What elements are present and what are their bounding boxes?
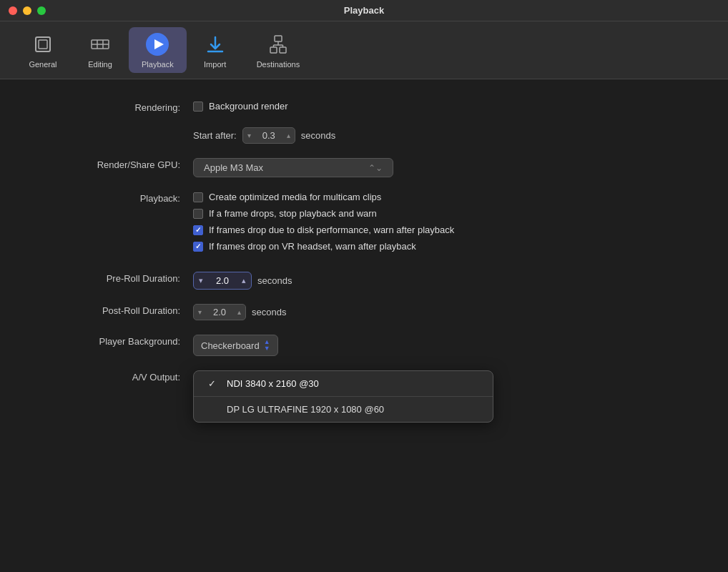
svg-rect-1 bbox=[39, 40, 47, 49]
toolbar-item-playback[interactable]: Playback bbox=[129, 27, 187, 73]
toolbar-item-import[interactable]: Import bbox=[187, 27, 244, 73]
toolbar: General Editing Playback bbox=[0, 21, 728, 79]
player-bg-row: Player Background: Checkerboard ▲ ▼ bbox=[43, 335, 685, 356]
playback-label: Playback: bbox=[43, 192, 193, 204]
ndi-label: NDI 3840 x 2160 @30 bbox=[227, 378, 319, 389]
player-bg-label: Player Background: bbox=[43, 335, 193, 347]
playback-option-framedrop-vr: If frames drop on VR headset, warn after… bbox=[193, 241, 454, 252]
postroll-control: ▾ 2.0 ▴ seconds bbox=[193, 304, 287, 320]
start-after-stepper[interactable]: ▾ 0.3 ▴ bbox=[242, 127, 295, 144]
postroll-label: Post-Roll Duration: bbox=[43, 304, 193, 316]
toolbar-item-general[interactable]: General bbox=[14, 27, 72, 73]
window-title: Playback bbox=[344, 5, 384, 16]
rendering-control: Background render bbox=[193, 101, 288, 112]
destinations-icon bbox=[265, 31, 291, 57]
start-after-up[interactable]: ▴ bbox=[282, 129, 295, 142]
preroll-row: Pre-Roll Duration: ▾ 2.0 ▴ seconds bbox=[43, 272, 685, 290]
ndi-checkmark: ✓ bbox=[208, 378, 220, 389]
postroll-row: Post-Roll Duration: ▾ 2.0 ▴ seconds bbox=[43, 304, 685, 320]
playback-label: Playback bbox=[142, 60, 174, 69]
player-bg-value: Checkerboard bbox=[201, 340, 260, 351]
framedrop-vr-checkbox[interactable] bbox=[193, 242, 203, 252]
av-output-label: A/V Output: bbox=[43, 370, 193, 383]
destinations-label: Destinations bbox=[257, 60, 300, 69]
main-content: Rendering: Background render Start after… bbox=[0, 79, 728, 458]
preroll-down[interactable]: ▾ bbox=[194, 273, 208, 288]
playback-row: Playback: Create optimized media for mul… bbox=[43, 192, 685, 257]
playback-option-framedrop-disk: If frames drop due to disk performance, … bbox=[193, 225, 454, 235]
toolbar-item-destinations[interactable]: Destinations bbox=[244, 27, 313, 73]
preroll-control: ▾ 2.0 ▴ seconds bbox=[193, 272, 292, 290]
titlebar: Playback bbox=[0, 0, 728, 21]
preroll-up[interactable]: ▴ bbox=[237, 273, 251, 288]
framedrop-disk-checkbox[interactable] bbox=[193, 225, 203, 235]
general-icon bbox=[30, 31, 56, 57]
preroll-seconds: seconds bbox=[257, 275, 292, 286]
playback-icon bbox=[144, 31, 170, 57]
import-icon bbox=[202, 31, 228, 57]
postroll-seconds: seconds bbox=[252, 307, 286, 317]
bg-render-label: Background render bbox=[209, 101, 288, 112]
postroll-down[interactable]: ▾ bbox=[194, 306, 206, 318]
editing-icon bbox=[87, 31, 113, 57]
postroll-value: 2.0 bbox=[206, 305, 233, 320]
bg-render-checkbox[interactable] bbox=[193, 102, 203, 112]
minimize-button[interactable] bbox=[23, 6, 31, 15]
player-bg-control: Checkerboard ▲ ▼ bbox=[193, 335, 278, 356]
editing-label: Editing bbox=[88, 60, 112, 69]
dp-label: DP LG ULTRAFINE 1920 x 1080 @60 bbox=[227, 404, 384, 415]
svg-rect-9 bbox=[280, 47, 286, 53]
player-bg-dropdown[interactable]: Checkerboard ▲ ▼ bbox=[193, 335, 278, 356]
framedrop-vr-label: If frames drop on VR headset, warn after… bbox=[209, 241, 416, 252]
traffic-lights bbox=[9, 6, 46, 15]
start-after-label: Start after: bbox=[193, 130, 237, 141]
svg-rect-0 bbox=[36, 37, 50, 51]
start-after-row: Start after: ▾ 0.3 ▴ seconds bbox=[193, 127, 685, 144]
gpu-row: Render/Share GPU: Apple M3 Max ⌃⌄ bbox=[43, 158, 685, 177]
framedrop-disk-label: If frames drop due to disk performance, … bbox=[209, 225, 454, 235]
start-after-value: 0.3 bbox=[255, 128, 282, 143]
av-output-panel: ✓ NDI 3840 x 2160 @30 DP LG ULTRAFINE 19… bbox=[193, 370, 493, 423]
framedrop-stop-label: If a frame drops, stop playback and warn bbox=[209, 208, 377, 219]
toolbar-item-editing[interactable]: Editing bbox=[72, 27, 129, 73]
preroll-stepper[interactable]: ▾ 2.0 ▴ bbox=[193, 272, 252, 290]
av-option-dp[interactable]: DP LG ULTRAFINE 1920 x 1080 @60 bbox=[194, 397, 493, 422]
player-bg-arrows: ▲ ▼ bbox=[264, 339, 270, 352]
av-output-row: A/V Output: ✓ NDI 3840 x 2160 @30 DP LG … bbox=[43, 370, 685, 423]
svg-rect-8 bbox=[270, 47, 277, 53]
postroll-up[interactable]: ▴ bbox=[233, 306, 245, 318]
postroll-stepper[interactable]: ▾ 2.0 ▴ bbox=[193, 304, 246, 320]
rendering-row: Rendering: Background render bbox=[43, 101, 685, 113]
import-label: Import bbox=[204, 60, 226, 69]
playback-option-multicam: Create optimized media for multicam clip… bbox=[193, 192, 454, 202]
multicam-label: Create optimized media for multicam clip… bbox=[209, 192, 381, 202]
maximize-button[interactable] bbox=[37, 6, 46, 15]
playback-options: Create optimized media for multicam clip… bbox=[193, 192, 454, 257]
gpu-dropdown-arrow: ⌃⌄ bbox=[368, 163, 383, 173]
rendering-label: Rendering: bbox=[43, 101, 193, 113]
gpu-dropdown[interactable]: Apple M3 Max ⌃⌄ bbox=[193, 158, 393, 177]
playback-option-framedrop-stop: If a frame drops, stop playback and warn bbox=[193, 208, 454, 219]
gpu-value: Apple M3 Max bbox=[204, 162, 263, 173]
gpu-label: Render/Share GPU: bbox=[43, 158, 193, 170]
general-label: General bbox=[29, 60, 56, 69]
preroll-label: Pre-Roll Duration: bbox=[43, 272, 193, 284]
svg-rect-10 bbox=[275, 36, 282, 41]
multicam-checkbox[interactable] bbox=[193, 192, 203, 202]
preroll-value: 2.0 bbox=[208, 272, 237, 289]
av-option-ndi[interactable]: ✓ NDI 3840 x 2160 @30 bbox=[194, 371, 493, 396]
framedrop-stop-checkbox[interactable] bbox=[193, 209, 203, 219]
start-after-down[interactable]: ▾ bbox=[243, 129, 255, 142]
close-button[interactable] bbox=[9, 6, 17, 15]
start-after-seconds: seconds bbox=[301, 130, 335, 141]
